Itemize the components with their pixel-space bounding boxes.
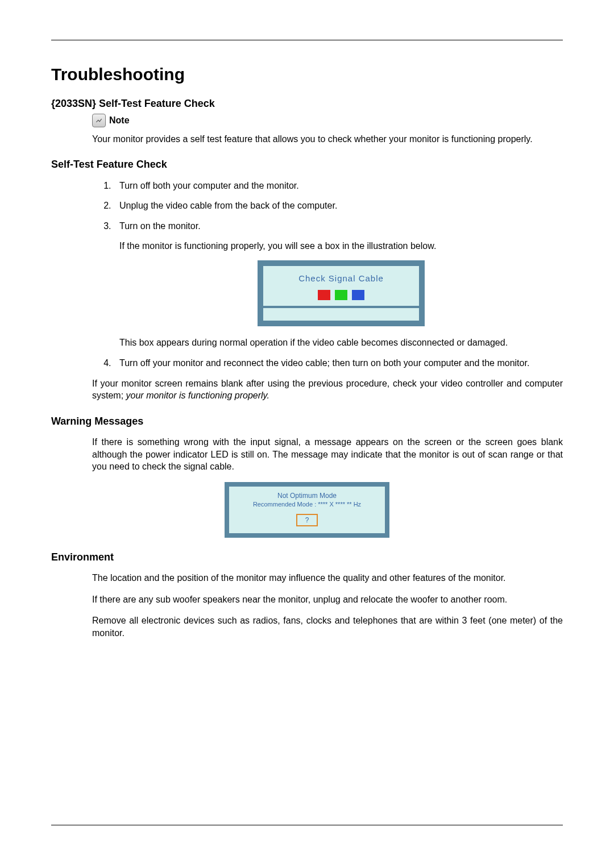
list-item: Turn on the monitor. If the monitor is f… xyxy=(114,220,563,349)
warning-text: If there is something wrong with the inp… xyxy=(92,436,563,473)
osd-help-button: ? xyxy=(296,514,318,526)
step-text: If the monitor is functioning properly, … xyxy=(119,240,563,252)
environment-text: The location and the position of the mon… xyxy=(92,572,563,584)
section-self-test-model: {2033SN} Self-Test Feature Check xyxy=(51,97,563,110)
osd-check-signal-figure: Check Signal Cable xyxy=(119,260,563,326)
bottom-rule xyxy=(51,825,563,825)
step-text: Turn off your monitor and reconnect the … xyxy=(119,357,563,369)
page-title: Troubleshooting xyxy=(51,63,563,86)
list-item: Turn off your monitor and reconnect the … xyxy=(114,357,563,369)
osd-not-optimum-figure: Not Optimum Mode Recommended Mode : ****… xyxy=(51,482,563,538)
osd-color-swatches xyxy=(268,290,414,300)
top-rule xyxy=(51,40,563,40)
step-text: Unplug the video cable from the back of … xyxy=(119,200,563,212)
section-environment: Environment xyxy=(51,550,563,564)
note-block: Note xyxy=(92,114,563,127)
section-self-test-check: Self-Test Feature Check xyxy=(51,157,563,171)
list-item: Turn off both your computer and the moni… xyxy=(114,180,563,192)
section-warning-messages: Warning Messages xyxy=(51,414,563,428)
osd-line2: Recommended Mode : **** X **** ** Hz xyxy=(233,500,381,509)
swatch-red-icon xyxy=(318,290,330,300)
osd-box: Check Signal Cable xyxy=(258,260,425,326)
note-icon xyxy=(92,114,106,127)
step-text: Turn off both your computer and the moni… xyxy=(119,180,563,192)
italic-text: your monitor is functioning properly. xyxy=(126,391,269,400)
environment-text: If there are any sub woofer speakers nea… xyxy=(92,593,563,606)
steps-list: Turn off both your computer and the moni… xyxy=(51,180,563,369)
swatch-green-icon xyxy=(335,290,347,300)
after-steps-text: If your monitor screen remains blank aft… xyxy=(92,377,563,402)
note-text: Your monitor provides a self test featur… xyxy=(92,133,563,146)
osd-box: Not Optimum Mode Recommended Mode : ****… xyxy=(225,482,389,538)
osd-line1: Not Optimum Mode xyxy=(233,491,381,500)
osd-title: Check Signal Cable xyxy=(268,273,414,284)
swatch-blue-icon xyxy=(352,290,364,300)
note-label: Note xyxy=(109,114,130,127)
osd-divider xyxy=(263,306,419,308)
step-text: This box appears during normal operation… xyxy=(119,337,563,349)
list-item: Unplug the video cable from the back of … xyxy=(114,200,563,212)
environment-text: Remove all electronic devices such as ra… xyxy=(92,614,563,639)
step-text: Turn on the monitor. xyxy=(119,220,563,232)
